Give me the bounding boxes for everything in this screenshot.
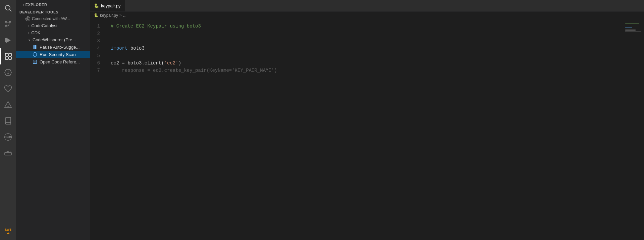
sidebar-item-codecatalyst[interactable]: › CodeCatalyst <box>16 22 90 29</box>
json-icon: JSON <box>4 133 12 141</box>
explorer-title[interactable]: › EXPLORER <box>16 0 90 8</box>
svg-point-12 <box>8 73 8 74</box>
sidebar: › EXPLORER DEVELOPER TOOLS Connected wit… <box>16 0 90 240</box>
activity-bar-bottom: aws ☁ <box>1 224 15 240</box>
breadcrumb: 🐍 keypair.py > ... <box>90 12 644 19</box>
svg-point-4 <box>5 26 7 27</box>
cdk-chevron: › <box>28 31 29 35</box>
ref-icon <box>32 59 38 64</box>
editor-area: 🐍 keypair.py 🐍 keypair.py > ... 1 2 3 4 … <box>90 0 644 240</box>
connected-icon <box>25 16 30 21</box>
svg-point-3 <box>9 21 11 23</box>
svg-rect-18 <box>34 45 35 49</box>
svg-rect-8 <box>9 53 11 56</box>
svg-line-1 <box>10 10 12 12</box>
breadcrumb-sep: > <box>119 13 122 18</box>
minimap <box>624 19 644 240</box>
code-line-7: response = ec2.create_key_pair(KeyName='… <box>111 67 624 74</box>
activity-bar-amplify[interactable] <box>0 97 16 113</box>
activity-bar-source-control[interactable] <box>0 16 16 32</box>
code-line-6: ec2 = boto3.client('ec2') <box>111 59 624 67</box>
code-line-1: # Create EC2 Keypair using boto3 <box>111 22 624 30</box>
connected-row: Connected with AW... <box>16 15 90 22</box>
svg-rect-7 <box>5 53 8 56</box>
sidebar-item-codewhisperer[interactable]: ∨ CodeWhisperer (Pre... <box>16 36 90 43</box>
code-editor[interactable]: 1 2 3 4 5 6 7 # Create EC2 Keypair using… <box>90 19 644 240</box>
activity-bar-search[interactable] <box>0 0 16 16</box>
tab-keypair-py[interactable]: 🐍 keypair.py <box>90 0 125 11</box>
activity-bar-extensions[interactable] <box>0 48 16 64</box>
sidebar-item-pause-autosuggest[interactable]: Pause Auto-Sugge... <box>16 43 90 51</box>
line-numbers: 1 2 3 4 5 6 7 <box>90 19 107 240</box>
activity-bar-json[interactable]: JSON <box>0 129 16 145</box>
pause-icon <box>32 44 38 50</box>
code-line-2 <box>111 30 624 37</box>
tab-file-icon: 🐍 <box>94 3 99 8</box>
sidebar-item-run-security-scan[interactable]: Run Security Scan <box>16 51 90 58</box>
svg-rect-9 <box>5 57 8 59</box>
aws-logo[interactable]: aws ☁ <box>1 224 15 237</box>
tab-bar: 🐍 keypair.py <box>90 0 644 12</box>
svg-point-2 <box>5 21 7 23</box>
activity-bar-book[interactable] <box>0 113 16 129</box>
svg-point-0 <box>5 5 10 10</box>
code-line-5 <box>111 52 624 59</box>
dev-tools-title[interactable]: DEVELOPER TOOLS <box>16 8 90 15</box>
svg-marker-5 <box>6 38 11 43</box>
activity-bar-docker[interactable] <box>0 145 16 161</box>
code-content[interactable]: # Create EC2 Keypair using boto3 import … <box>107 19 624 240</box>
codecatalyst-chevron: › <box>28 24 29 28</box>
code-line-4: import boto3 <box>111 45 624 52</box>
breadcrumb-file-icon: 🐍 <box>94 13 99 17</box>
sidebar-item-open-code-reference[interactable]: Open Code Refere... <box>16 58 90 65</box>
shield-icon <box>32 52 38 57</box>
code-line-3 <box>111 37 624 45</box>
svg-rect-10 <box>9 57 11 59</box>
activity-bar-aws-toolkit[interactable] <box>0 81 16 97</box>
svg-point-15 <box>8 106 8 107</box>
activity-bar-run-debug[interactable] <box>0 32 16 48</box>
codewhisperer-chevron: ∨ <box>28 38 31 42</box>
explorer-chevron: › <box>23 3 24 7</box>
activity-bar: JSON aws ☁ <box>0 0 16 240</box>
activity-bar-test[interactable] <box>0 64 16 81</box>
svg-rect-16 <box>5 152 11 155</box>
sidebar-item-cdk[interactable]: › CDK <box>16 29 90 36</box>
svg-rect-19 <box>35 45 37 49</box>
